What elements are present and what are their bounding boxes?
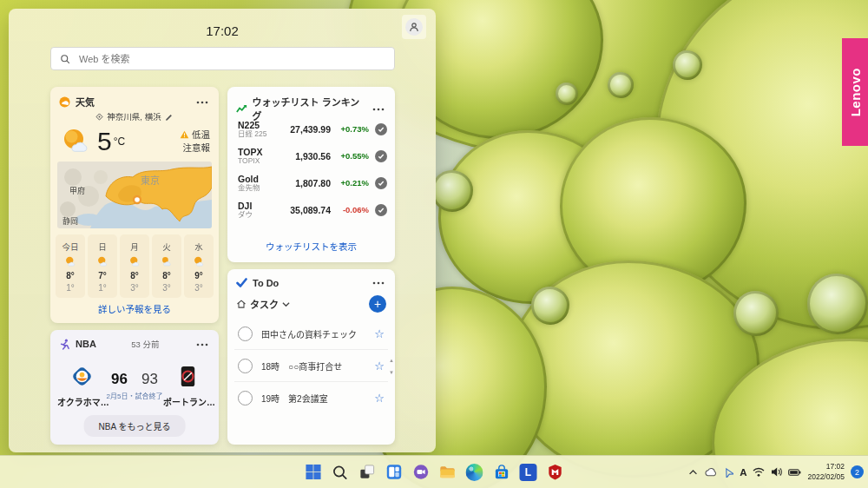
task-row[interactable]: 19時 第2会議室 ☆ xyxy=(234,381,388,413)
watchlist-show-link[interactable]: ウォッチリストを表示 xyxy=(227,240,395,253)
nba-widget[interactable]: NBA 53 分前 オクラホマ… xyxy=(50,330,219,445)
sun-cloud-icon xyxy=(64,255,77,268)
web-search-bar[interactable] xyxy=(50,47,395,70)
nba-more-button[interactable]: NBA をもっと見る xyxy=(84,415,186,437)
score-right: 93 xyxy=(141,371,158,388)
battery-icon[interactable] xyxy=(788,467,801,478)
task-row[interactable]: 18時 ○○商事打合せ ☆ xyxy=(234,349,388,381)
check-circle-icon[interactable] xyxy=(375,177,387,189)
scrollbar[interactable]: ▲▼ xyxy=(389,358,394,375)
weather-widget[interactable]: 天気 神奈川県, 横浜 xyxy=(50,87,219,323)
cloud-sun-icon xyxy=(161,255,174,268)
check-circle-icon[interactable] xyxy=(375,204,387,216)
mcafee-icon xyxy=(548,464,563,480)
search-icon xyxy=(60,54,70,64)
lenovo-app-button[interactable]: L xyxy=(517,461,540,484)
mcafee-button[interactable] xyxy=(544,461,567,484)
add-task-button[interactable]: + xyxy=(369,295,386,313)
watchlist-row[interactable]: DJIダウ 35,089.74 -0.06% xyxy=(238,196,387,223)
taskbar: L A xyxy=(0,455,868,488)
tray-time: 17:02 xyxy=(807,462,845,472)
weather-current: 5 °C 低温 注意報 xyxy=(61,123,210,160)
detect-location-icon xyxy=(95,113,103,121)
file-explorer-icon xyxy=(439,464,457,480)
volume-icon[interactable] xyxy=(771,467,782,477)
edge-button[interactable] xyxy=(464,461,486,484)
weather-location: 神奈川県, 横浜 xyxy=(107,110,161,122)
watchlist-menu-button[interactable] xyxy=(371,105,386,113)
star-icon[interactable]: ☆ xyxy=(374,359,385,373)
star-icon[interactable]: ☆ xyxy=(374,327,385,340)
watchlist-widget[interactable]: ウォッチリスト ランキング N225日経 225 27,439.99 +0.73… xyxy=(227,87,395,262)
widgets-icon xyxy=(385,464,402,480)
desktop: Lenovo 17:02 xyxy=(0,0,868,488)
store-button[interactable] xyxy=(490,461,513,484)
scroll-up-icon: ▲ xyxy=(389,358,394,363)
lenovo-brand-banner: Lenovo xyxy=(842,38,868,146)
nba-team-left: オクラホマ… xyxy=(57,365,106,408)
wifi-icon[interactable] xyxy=(753,467,765,477)
forecast-row: 今日 8° 1° 日 7° 1° 月 8° 3° xyxy=(56,234,214,298)
forecast-day[interactable]: 火 8° 3° xyxy=(152,234,181,298)
weather-menu-button[interactable] xyxy=(194,98,210,106)
forecast-day[interactable]: 日 7° 1° xyxy=(88,234,117,298)
person-icon xyxy=(409,22,419,32)
ime-indicator[interactable]: A xyxy=(740,467,746,478)
edge-icon xyxy=(466,464,483,481)
nba-match[interactable]: オクラホマ… 96 93 2月5日・試合終了 ポートラン… xyxy=(57,365,212,408)
weather-alert[interactable]: 低温 注意報 xyxy=(180,129,210,154)
weather-location-row[interactable]: 神奈川県, 横浜 xyxy=(50,110,219,122)
task-complete-circle[interactable] xyxy=(238,326,253,341)
weather-map[interactable]: 東京 甲府 静岡 xyxy=(57,162,212,228)
forecast-day[interactable]: 今日 8° 1° xyxy=(56,234,85,298)
nba-team-right: ポートラン… xyxy=(163,365,212,408)
chat-button[interactable] xyxy=(410,461,432,484)
notification-badge[interactable]: 2 xyxy=(851,465,864,478)
task-row[interactable]: 田中さんの資料チェック ☆ xyxy=(234,318,388,349)
map-label-tokyo: 東京 xyxy=(141,175,160,186)
warning-icon xyxy=(180,130,189,139)
check-circle-icon[interactable] xyxy=(375,123,387,135)
star-icon[interactable]: ☆ xyxy=(374,392,385,405)
edit-pencil-icon[interactable] xyxy=(165,112,174,121)
search-icon xyxy=(332,465,348,480)
widgets-button[interactable] xyxy=(383,461,405,484)
nba-menu-button[interactable] xyxy=(194,340,210,348)
tray-date: 2022/02/05 xyxy=(807,472,845,482)
search-input[interactable] xyxy=(77,53,385,65)
todo-widget[interactable]: To Do タスク + 田中さんの資料チェック ☆ xyxy=(227,269,395,445)
scroll-down-icon: ▼ xyxy=(389,370,394,375)
forecast-day[interactable]: 水 9° 3° xyxy=(184,234,214,298)
todo-menu-button[interactable] xyxy=(371,279,386,287)
nba-status: 2月5日・試合終了 xyxy=(107,391,163,400)
file-explorer-button[interactable] xyxy=(437,461,459,484)
widgets-panel: 17:02 天気 xyxy=(9,9,436,452)
weather-detail-link[interactable]: 詳しい予報を見る xyxy=(50,302,219,315)
onedrive-cloud-icon[interactable] xyxy=(704,467,717,477)
start-button[interactable] xyxy=(302,461,325,484)
wallpaper-bubble xyxy=(673,50,702,80)
wallpaper-bubble xyxy=(608,72,634,98)
weather-temperature: 5 xyxy=(97,127,112,156)
tray-clock[interactable]: 17:02 2022/02/05 xyxy=(807,462,845,481)
task-list-selector[interactable]: タスク xyxy=(250,297,279,311)
watchlist-row[interactable]: N225日経 225 27,439.99 +0.73% xyxy=(238,115,387,142)
nba-score-block: 96 93 2月5日・試合終了 xyxy=(107,371,163,408)
forecast-day[interactable]: 月 8° 3° xyxy=(120,234,149,298)
tray-chevron-up-icon[interactable] xyxy=(688,468,698,476)
location-arrow-icon[interactable] xyxy=(723,467,733,478)
watchlist-row[interactable]: Gold金先物 1,807.80 +0.21% xyxy=(238,169,387,196)
task-view-icon xyxy=(358,464,375,480)
check-circle-icon[interactable] xyxy=(375,150,387,162)
task-complete-circle[interactable] xyxy=(238,359,253,373)
taskbar-search-button[interactable] xyxy=(329,461,352,484)
task-complete-circle[interactable] xyxy=(238,391,253,406)
panel-clock: 17:02 xyxy=(9,23,436,38)
chevron-down-icon[interactable] xyxy=(282,301,290,307)
lenovo-logo-text: Lenovo xyxy=(848,68,863,116)
todo-check-icon xyxy=(236,277,247,288)
profile-button[interactable] xyxy=(402,15,426,39)
watchlist-row[interactable]: TOPXTOPIX 1,930.56 +0.55% xyxy=(238,142,387,169)
score-left: 96 xyxy=(111,371,128,388)
task-view-button[interactable] xyxy=(356,461,378,484)
